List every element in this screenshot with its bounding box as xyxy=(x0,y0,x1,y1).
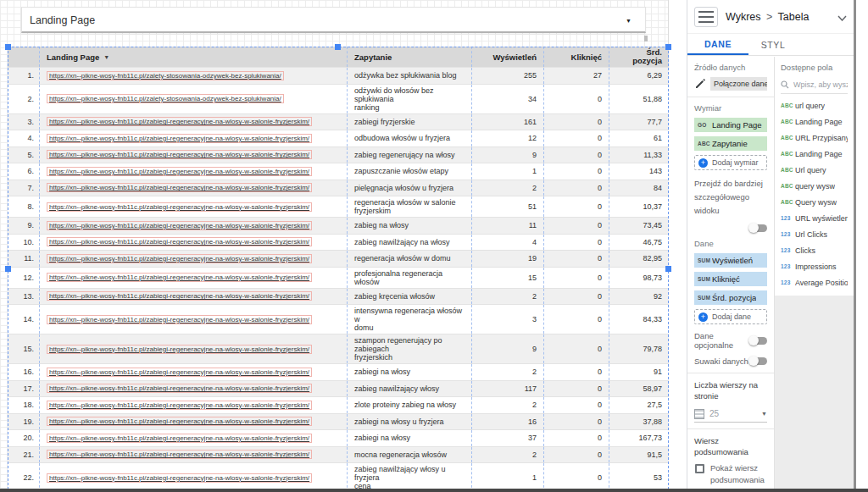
row-number: 4. xyxy=(8,130,40,146)
tab-dane[interactable]: DANE xyxy=(687,34,748,55)
field-item[interactable]: 123Average Position xyxy=(775,274,854,290)
text-type-icon: ABC xyxy=(781,183,795,189)
field-item[interactable]: ABCLanding Page xyxy=(775,113,854,130)
metric-chip[interactable]: SUMKliknięć xyxy=(694,272,767,286)
resize-handle-top-right[interactable] xyxy=(665,44,671,50)
field-search-input[interactable]: Wpisz, aby wyszukać xyxy=(781,75,848,94)
rows-per-page-select[interactable]: 25 ▼ xyxy=(694,406,767,423)
breadcrumb-child[interactable]: Tabela xyxy=(778,11,810,23)
landing-page-link[interactable]: https://xn--pikne-wosy-fnb11c.pl/zabiegi… xyxy=(47,150,312,159)
landing-page-link[interactable]: https://xn--pikne-wosy-fnb11c.pl/zabiegi… xyxy=(47,167,312,176)
landing-page-link[interactable]: https://xn--pikne-wosy-fnb11c.pl/zabiegi… xyxy=(47,417,312,426)
row-number: 2. xyxy=(8,85,40,113)
search-icon xyxy=(781,80,789,89)
landing-page-link[interactable]: https://xn--pikne-wosy-fnb11c.pl/zabiegi… xyxy=(47,401,312,410)
field-item[interactable]: 123Impressions xyxy=(775,258,854,274)
data-sliders-toggle[interactable] xyxy=(750,357,767,365)
header-landing-page[interactable]: Landing Page ▼ xyxy=(40,47,348,67)
landing-page-link[interactable]: https://xn--pikne-wosy-fnb11c.pl/zabiegi… xyxy=(47,434,312,443)
avg-position-cell: 6,29 xyxy=(609,68,669,84)
header-clicks[interactable]: Kliknięć xyxy=(544,47,609,67)
add-dimension-button[interactable]: + Dodaj wymiar xyxy=(694,155,767,170)
row-number: 10. xyxy=(8,235,40,251)
landing-page-filter-control[interactable]: Landing Page ▼ xyxy=(21,7,646,33)
landing-page-link[interactable]: https://xn--pikne-wosy-fnb11c.pl/zabiegi… xyxy=(47,473,312,483)
landing-page-link[interactable]: https://xn--pikne-wosy-fnb11c.pl/zabiegi… xyxy=(47,134,312,143)
field-item[interactable]: ABCQuery wysw xyxy=(775,194,854,210)
query-cell: pielęgnacja włosów u fryzjera xyxy=(348,180,472,196)
data-table: Landing Page ▼ Zapytanie Wyświetleń Klik… xyxy=(8,47,669,492)
chevron-down-icon[interactable] xyxy=(837,9,847,25)
landing-page-link[interactable]: https://xn--pikne-wosy-fnb11c.pl/zabiegi… xyxy=(47,315,312,324)
landing-page-link[interactable]: https://xn--pikne-wosy-fnb11c.pl/zabiegi… xyxy=(47,291,312,301)
landing-page-cell: https://xn--pikne-wosy-fnb11c.pl/zabiegi… xyxy=(40,147,348,163)
landing-page-link[interactable]: https://xn--pikne-wosy-fnb11c.pl/zabiegi… xyxy=(47,221,312,230)
clicks-cell: 0 xyxy=(544,414,609,430)
add-metric-button[interactable]: + Dodaj dane xyxy=(694,309,767,324)
impressions-cell: 11 xyxy=(472,218,544,234)
row-number: 20. xyxy=(8,430,40,446)
filter-resize-handle[interactable] xyxy=(644,36,648,41)
viewport-bottom-edge xyxy=(0,489,868,492)
summary-row-label: Wiersz podsumowania xyxy=(694,435,767,457)
header-avg-position[interactable]: Śrd. pozycja xyxy=(609,47,669,67)
tab-styl[interactable]: STYL xyxy=(748,34,798,55)
row-number: 11. xyxy=(8,251,40,267)
landing-page-link[interactable]: https://xn--pikne-wosy-fnb11c.pl/zabiegi… xyxy=(47,237,312,246)
field-type-icon: SUM xyxy=(698,257,712,263)
landing-page-link[interactable]: https://xn--pikne-wosy-fnb11c.pl/zabiegi… xyxy=(47,273,312,282)
table-row: 16.https://xn--pikne-wosy-fnb11c.pl/zabi… xyxy=(8,363,669,380)
resize-handle-top-left[interactable] xyxy=(5,44,11,50)
resize-handle-top-center[interactable] xyxy=(335,44,341,50)
landing-page-cell: https://xn--pikne-wosy-fnb11c.pl/zabiegi… xyxy=(40,430,348,446)
field-item[interactable]: ABCURL Przypisanych słów xyxy=(775,130,854,146)
field-item[interactable]: ABCquery wysw xyxy=(775,178,854,194)
data-source-label: Źródło danych xyxy=(694,63,767,72)
field-item[interactable]: 123Url Clicks xyxy=(775,226,854,242)
landing-page-link[interactable]: https://xn--pikne-wosy-fnb11c.pl/zabiegi… xyxy=(47,368,312,377)
header-impressions[interactable]: Wyświetleń xyxy=(472,47,544,67)
landing-page-link[interactable]: https://xn--pikne-wosy-fnb11c.pl/zabiegi… xyxy=(47,254,312,263)
optional-metrics-toggle[interactable] xyxy=(750,337,767,345)
dimension-chip[interactable]: ABCZapytanie xyxy=(694,136,767,151)
row-number: 17. xyxy=(8,381,40,397)
landing-page-link[interactable]: https://xn--pikne-wosy-fnb11c.pl/zabiegi… xyxy=(47,450,312,459)
table-row: 18.https://xn--pikne-wosy-fnb11c.pl/zabi… xyxy=(8,396,669,413)
row-number: 14. xyxy=(8,305,40,334)
field-item[interactable]: ABCUrl query xyxy=(775,162,854,178)
impressions-cell: 34 xyxy=(472,85,544,113)
field-item[interactable]: 123URL wyświetlenia xyxy=(775,210,854,226)
text-type-icon: ABC xyxy=(781,102,795,108)
drill-down-toggle[interactable] xyxy=(750,224,767,232)
breadcrumb-parent[interactable]: Wykres xyxy=(726,11,761,23)
number-type-icon: 123 xyxy=(781,279,795,285)
dropdown-caret-icon[interactable]: ▼ xyxy=(626,18,632,24)
table-row: 1.https://xn--pikne-wosy-fnb11c.pl/zalet… xyxy=(8,67,669,84)
metric-chip[interactable]: SUMŚrd. pozycja xyxy=(694,290,767,305)
metric-chip[interactable]: SUMWyświetleń xyxy=(694,253,767,268)
summary-row-checkbox[interactable] xyxy=(695,464,704,473)
resize-handle-mid-left[interactable] xyxy=(5,266,11,272)
landing-page-cell: https://xn--pikne-wosy-fnb11c.pl/zabiegi… xyxy=(40,130,348,146)
row-number: 6. xyxy=(8,163,40,180)
impressions-cell: 1 xyxy=(472,163,544,180)
query-cell: odżywka bez spłukiwania blog xyxy=(348,68,472,84)
field-item[interactable]: ABCurl query xyxy=(775,97,854,113)
header-query[interactable]: Zapytanie xyxy=(348,47,472,67)
data-source-chip[interactable]: Połączone dane (3) xyxy=(710,77,767,91)
panel-scrollbar[interactable] xyxy=(854,0,856,492)
landing-page-link[interactable]: https://xn--pikne-wosy-fnb11c.pl/zabiegi… xyxy=(47,345,312,354)
edit-pencil-icon[interactable] xyxy=(694,78,706,90)
landing-page-link[interactable]: https://xn--pikne-wosy-fnb11c.pl/zabiegi… xyxy=(47,117,312,126)
field-item[interactable]: ABCLanding Page xyxy=(775,146,854,162)
resize-handle-mid-right[interactable] xyxy=(665,266,671,272)
landing-page-link[interactable]: https://xn--pikne-wosy-fnb11c.pl/zabiegi… xyxy=(47,183,312,192)
landing-page-link[interactable]: https://xn--pikne-wosy-fnb11c.pl/zabiegi… xyxy=(47,202,312,212)
landing-page-link[interactable]: https://xn--pikne-wosy-fnb11c.pl/zalety-… xyxy=(47,94,284,103)
dimension-chip[interactable]: GOLanding Page xyxy=(694,118,767,132)
landing-page-cell: https://xn--pikne-wosy-fnb11c.pl/zabiegi… xyxy=(40,381,348,397)
chip-label: Kliknięć xyxy=(712,274,740,284)
landing-page-link[interactable]: https://xn--pikne-wosy-fnb11c.pl/zabiegi… xyxy=(47,384,312,393)
field-item[interactable]: 123Clicks xyxy=(775,242,854,258)
landing-page-link[interactable]: https://xn--pikne-wosy-fnb11c.pl/zalety-… xyxy=(47,71,284,80)
